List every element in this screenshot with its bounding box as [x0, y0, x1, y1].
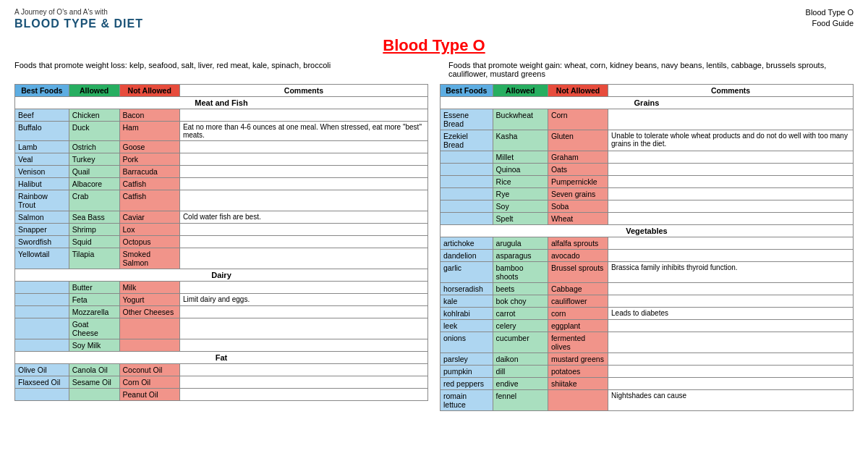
- cell-best: Swordfish: [15, 235, 69, 248]
- right-hdr-comments: Comments: [608, 84, 854, 96]
- cell-notallowed: Brussel sprouts: [548, 261, 608, 282]
- cell-notallowed: Wheat: [548, 212, 608, 224]
- cell-comments: [179, 190, 427, 211]
- table-row: artichokearugulaalfalfa sprouts: [441, 237, 854, 249]
- cell-allowed: Crab: [69, 190, 119, 211]
- cell-comments: [608, 237, 854, 249]
- table-row: Essene BreadBuckwheatCorn: [441, 109, 854, 130]
- cell-notallowed: mustard greens: [548, 352, 608, 365]
- cell-notallowed: Other Cheeses: [119, 305, 179, 318]
- table-row: romain lettucefennelNightshades can caus…: [441, 389, 854, 410]
- cell-notallowed: Oats: [548, 163, 608, 175]
- cell-best: [441, 151, 493, 163]
- cell-allowed: Chicken: [69, 109, 119, 121]
- cell-allowed: Shrimp: [69, 223, 119, 235]
- top-right-line1: Blood Type O: [806, 7, 854, 18]
- cell-comments: Nightshades can cause: [608, 389, 854, 410]
- cell-best: [15, 281, 69, 293]
- cell-notallowed: Catfish: [119, 190, 179, 211]
- cell-comments: Brassica family inhibits thyroid functio…: [608, 261, 854, 282]
- cell-notallowed: corn: [548, 307, 608, 319]
- cell-comments: [179, 153, 427, 165]
- weight-gain-note: Foods that promote weight gain: wheat, c…: [448, 61, 854, 78]
- cell-notallowed: Bacon: [119, 109, 179, 121]
- cell-notallowed: [548, 389, 608, 410]
- table-row: red peppersendiveshiitake: [441, 377, 854, 389]
- cell-comments: [179, 305, 427, 318]
- table-row: VealTurkeyPork: [15, 153, 428, 165]
- table-row: QuinoaOats: [441, 163, 854, 175]
- cell-notallowed: Lox: [119, 223, 179, 235]
- left-hdr-allowed: Allowed: [69, 84, 119, 96]
- cell-notallowed: Corn: [548, 109, 608, 130]
- cell-allowed: Millet: [493, 151, 548, 163]
- table-row: SpeltWheat: [441, 212, 854, 224]
- cell-comments: [179, 235, 427, 248]
- cell-best: Snapper: [15, 223, 69, 235]
- cell-best: Yellowtail: [15, 248, 69, 269]
- cell-best: kale: [441, 295, 493, 307]
- section-header-meat-and-fish: Meat and Fish: [15, 96, 428, 109]
- cell-notallowed: shiitake: [548, 377, 608, 389]
- left-hdr-notallowed: Not Allowed: [119, 84, 179, 96]
- table-row: MilletGraham: [441, 151, 854, 163]
- cell-allowed: dill: [493, 365, 548, 377]
- cell-comments: Leads to diabetes: [608, 307, 854, 319]
- section-header-grains: Grains: [441, 96, 854, 109]
- cell-comments: [608, 319, 854, 332]
- top-right: Blood Type O Food Guide: [806, 7, 854, 30]
- table-row: pumpkindillpotatoes: [441, 365, 854, 377]
- cell-comments: Cold water fish are best.: [179, 211, 427, 223]
- table-row: kalebok choycauliflower: [441, 295, 854, 307]
- cell-allowed: daikon: [493, 352, 548, 365]
- logo-area: A Journey of O's and A's with BLOOD TYPE…: [14, 7, 143, 32]
- cell-best: onions: [441, 332, 493, 352]
- cell-best: Essene Bread: [441, 109, 493, 130]
- cell-comments: [179, 140, 427, 153]
- left-hdr-best: Best Foods: [15, 84, 69, 96]
- cell-allowed: Kasha: [493, 130, 548, 151]
- cell-allowed: Ostrich: [69, 140, 119, 153]
- cell-notallowed: Coconut Oil: [119, 363, 179, 376]
- cell-best: Lamb: [15, 140, 69, 153]
- table-row: Peanut Oil: [15, 388, 428, 400]
- table-row: BuffaloDuckHamEat no more than 4-6 ounce…: [15, 121, 428, 140]
- cell-comments: [179, 339, 427, 351]
- left-column: Best Foods Allowed Not Allowed Comments …: [14, 84, 428, 411]
- cell-allowed: Quinoa: [493, 163, 548, 175]
- cell-comments: [179, 248, 427, 269]
- section-header-dairy: Dairy: [15, 269, 428, 281]
- cell-best: Olive Oil: [15, 363, 69, 376]
- cell-best: Salmon: [15, 211, 69, 223]
- cell-notallowed: eggplant: [548, 319, 608, 332]
- cell-best: [441, 200, 493, 212]
- cell-allowed: arugula: [493, 237, 548, 249]
- cell-allowed: [69, 388, 119, 400]
- cell-notallowed: Smoked Salmon: [119, 248, 179, 269]
- cell-best: [441, 175, 493, 187]
- cell-comments: [608, 282, 854, 295]
- cell-best: Flaxseed Oil: [15, 376, 69, 388]
- cell-comments: [179, 388, 427, 400]
- cell-notallowed: Gluten: [548, 130, 608, 151]
- cell-best: leek: [441, 319, 493, 332]
- cell-notallowed: Catfish: [119, 177, 179, 190]
- table-row: YellowtailTilapiaSmoked Salmon: [15, 248, 428, 269]
- section-header-vegetables: Vegetables: [441, 224, 854, 237]
- table-row: FetaYogurtLimit dairy and eggs.: [15, 293, 428, 305]
- cell-best: romain lettuce: [441, 389, 493, 410]
- cell-best: Halibut: [15, 177, 69, 190]
- cell-notallowed: potatoes: [548, 365, 608, 377]
- cell-best: Veal: [15, 153, 69, 165]
- cell-notallowed: Cabbage: [548, 282, 608, 295]
- right-hdr-notallowed: Not Allowed: [548, 84, 608, 96]
- table-row: Rainbow TroutCrabCatfish: [15, 190, 428, 211]
- left-hdr-comments: Comments: [179, 84, 427, 96]
- cell-allowed: Mozzarella: [69, 305, 119, 318]
- cell-allowed: Rice: [493, 175, 548, 187]
- cell-allowed: Spelt: [493, 212, 548, 224]
- table-row: Goat Cheese: [15, 318, 428, 339]
- cell-comments: [608, 151, 854, 163]
- table-row: SnapperShrimpLox: [15, 223, 428, 235]
- cell-best: horseradish: [441, 282, 493, 295]
